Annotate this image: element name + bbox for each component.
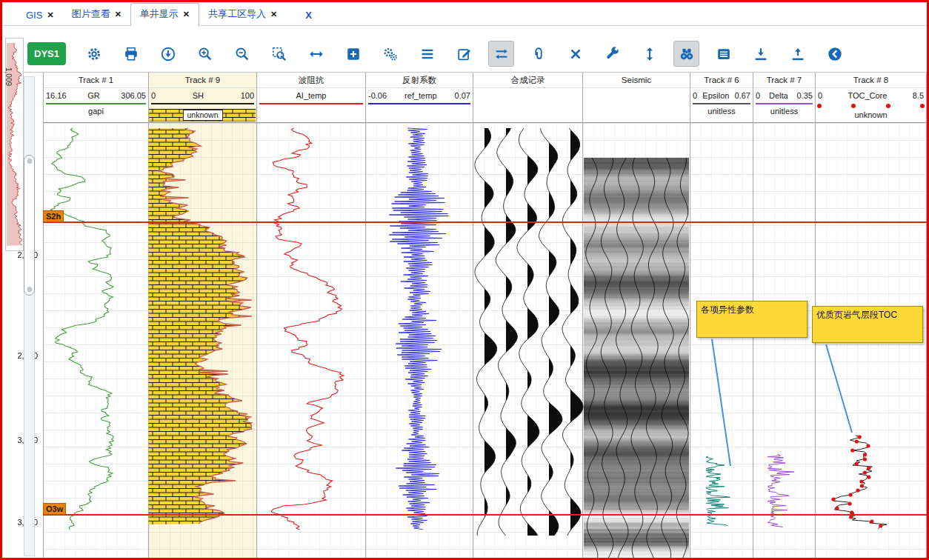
attachment-button[interactable] [525, 41, 551, 67]
download-circle-icon [160, 46, 176, 62]
back-icon [827, 46, 843, 62]
tab-close-icon[interactable]: ✕ [115, 10, 121, 19]
zoom-out-icon [234, 46, 250, 62]
tab-3[interactable]: 单井显示✕ [130, 3, 199, 26]
track-title: Track # 1 [44, 73, 148, 88]
menu-button[interactable] [414, 41, 440, 67]
horizon-line-S2h [43, 221, 927, 223]
unit-label: gapi [44, 104, 148, 119]
tab-label: 图片查看 [72, 7, 110, 21]
export-icon [790, 46, 806, 62]
track-plot-area[interactable] [473, 123, 582, 558]
export-button[interactable] [785, 41, 810, 67]
settings-button[interactable] [81, 41, 107, 67]
curve-scale-row: 0SH100 [149, 88, 256, 103]
tab-close-icon[interactable]: ✕ [183, 10, 190, 19]
unit-label: unknown [182, 110, 222, 121]
tools-icon [605, 46, 621, 62]
track-4: 反射系数-0.06ref_temp0.07 [365, 73, 473, 558]
lithology-legend-band: unknown [149, 109, 256, 121]
close-button[interactable] [562, 41, 588, 67]
annotation-callout-1[interactable]: 各项异性参数 [696, 301, 808, 338]
tab-4[interactable]: 共享工区导入✕ [199, 4, 286, 25]
track-3: 波阻抗AI_temp [256, 73, 365, 558]
track-header: 波阻抗AI_temp [257, 73, 365, 123]
horizon-label-S2h[interactable]: S2h [43, 210, 64, 222]
track-title: Seismic [583, 73, 690, 88]
annotation-callout-2[interactable]: 优质页岩气层段TOC [812, 306, 923, 343]
track-title: Track # 7 [753, 73, 815, 88]
zoom-out-button[interactable] [229, 41, 255, 67]
scale-min: -0.06 [368, 91, 387, 100]
track-header: Track # 116.16GR306.05gapi [44, 73, 148, 123]
track-plot-area[interactable] [44, 123, 148, 558]
tab-extra[interactable]: X [296, 6, 321, 25]
download-circle-button[interactable] [155, 41, 181, 67]
app-window: GIS✕图片查看✕单井显示✕共享工区导入✕X DYS1 Track # 116.… [0, 0, 929, 560]
zoom-area-button[interactable] [266, 41, 292, 67]
tab-2[interactable]: 图片查看✕ [63, 4, 130, 25]
toolbar: DYS1 [2, 26, 927, 73]
back-button[interactable] [822, 41, 848, 67]
swap-tracks-icon [493, 46, 510, 62]
curve-style-line [151, 103, 254, 104]
zoom-in-icon [197, 46, 213, 62]
scale-max: 0.67 [735, 91, 750, 100]
scale-max: 306.05 [121, 91, 146, 100]
edit-button[interactable] [451, 41, 477, 67]
track-header: Track # 70Delta0.35unitless [753, 73, 815, 123]
track-title: 合成记录 [473, 73, 582, 88]
scale-max: 0.07 [455, 91, 470, 100]
curve-name: AI_temp [259, 91, 363, 100]
curve-name: GR [67, 91, 121, 100]
track-5: 合成记录 [473, 73, 582, 558]
horizon-label-O3w[interactable]: O3w [43, 503, 66, 515]
track-header: Seismic [583, 73, 690, 123]
log-display-workspace: Track # 116.16GR306.05gapiTrack # 90SH10… [2, 73, 927, 558]
track-plot-area[interactable] [690, 123, 753, 558]
unit-label [257, 104, 365, 119]
track-plot-area[interactable] [753, 123, 815, 558]
data-table-button[interactable] [710, 41, 736, 67]
tab-close-icon[interactable]: ✕ [270, 10, 277, 19]
zoom-area-icon [271, 46, 287, 62]
track-1: Track # 116.16GR306.05gapi [43, 73, 148, 558]
toolbar-icons [81, 41, 848, 67]
tab-1[interactable]: GIS✕ [17, 6, 63, 25]
fit-height-button[interactable] [636, 41, 662, 67]
track-plot-area[interactable] [149, 123, 256, 558]
zoom-in-button[interactable] [192, 41, 218, 67]
tab-close-icon[interactable]: ✕ [47, 10, 53, 20]
unit-label: unitless [690, 104, 753, 119]
curve-scale-row: AI_temp [257, 88, 365, 103]
track-title: Track # 8 [816, 73, 926, 88]
print-button[interactable] [118, 41, 144, 67]
add-panel-button[interactable] [340, 41, 366, 67]
track-plot-area[interactable] [366, 123, 473, 558]
close-icon [567, 46, 584, 62]
track-plot-area[interactable] [257, 123, 365, 558]
settings-icon [86, 46, 102, 62]
swap-tracks-button[interactable] [488, 41, 514, 67]
scale-max: 0.35 [797, 91, 813, 100]
curve-scale-row: 0TOC_Core8.5 [816, 88, 926, 103]
preferences-button[interactable] [377, 41, 403, 67]
print-icon [123, 46, 139, 62]
fit-width-button[interactable] [303, 41, 329, 67]
binoculars-button[interactable] [673, 41, 699, 67]
depth-scrollbar-handle[interactable] [24, 155, 35, 296]
track-2: Track # 90SH100unknown [148, 73, 256, 558]
unit-label: unitless [753, 104, 815, 119]
scale-min: 16.16 [46, 91, 67, 100]
import-button[interactable] [747, 41, 773, 67]
add-panel-icon [345, 46, 362, 62]
tools-button[interactable] [599, 41, 625, 67]
track-title: 波阻抗 [257, 73, 365, 88]
tab-bar: GIS✕图片查看✕单井显示✕共享工区导入✕X [2, 2, 927, 26]
curve-marker-row [817, 103, 925, 108]
track-header: Track # 60Epsilon0.67unitless [690, 73, 753, 123]
track-title: Track # 9 [149, 73, 256, 88]
well-selector-button[interactable]: DYS1 [27, 42, 66, 65]
tab-label: GIS [26, 10, 42, 21]
depth-scrollbar[interactable] [24, 76, 35, 556]
